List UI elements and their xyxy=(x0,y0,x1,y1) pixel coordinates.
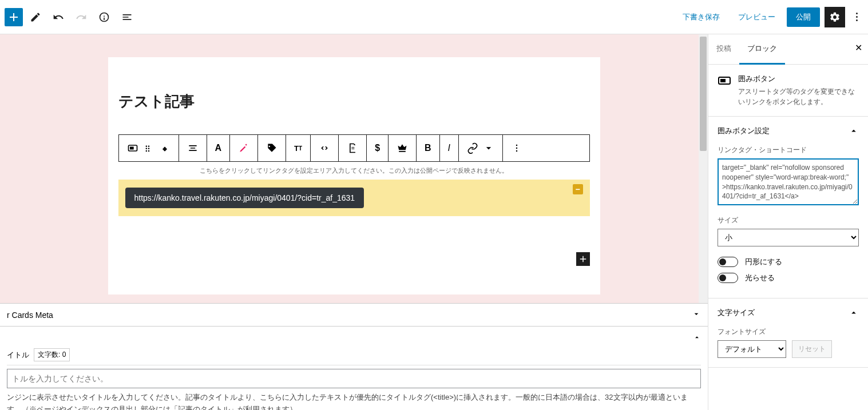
label-linktag: リンクタグ・ショートコード xyxy=(718,145,859,155)
toggle-circle-label: 円形にする xyxy=(745,257,782,267)
tab-block[interactable]: ブロック xyxy=(739,34,785,65)
svg-point-7 xyxy=(148,150,149,152)
crown-button[interactable] xyxy=(389,135,417,161)
meta-scroll-up[interactable] xyxy=(693,333,701,343)
edit-mode-button[interactable] xyxy=(25,7,46,27)
preview-button[interactable]: プレビュー xyxy=(731,7,782,27)
tab-post[interactable]: 投稿 xyxy=(708,34,739,64)
toggle-circle[interactable] xyxy=(718,257,738,267)
currency-button[interactable]: $ xyxy=(367,135,389,161)
info-button[interactable] xyxy=(94,7,114,27)
label-size: サイズ xyxy=(718,216,859,225)
fontsize-tool-button[interactable]: TT xyxy=(286,135,311,161)
align-button[interactable] xyxy=(179,135,207,161)
block-description: アスリートタグ等のタグを変更できないリンクをボタン化します。 xyxy=(738,86,859,107)
settings-button[interactable] xyxy=(825,7,845,27)
svg-point-9 xyxy=(516,148,518,149)
editor-scrollbar[interactable] xyxy=(699,34,708,303)
linktag-textarea[interactable]: target="_blank" rel="nofollow sponsored … xyxy=(718,158,859,205)
helper-text: こちらをクリックしてリンクタグを設定エリア入力してください。この入力は公開ページ… xyxy=(118,166,590,175)
svg-rect-12 xyxy=(720,79,726,82)
italic-button[interactable]: I xyxy=(440,135,459,161)
svg-point-10 xyxy=(516,150,518,152)
more-menu-button[interactable] xyxy=(850,7,863,27)
editor-column: テスト記事 A TT $ B xyxy=(0,34,708,410)
svg-rect-1 xyxy=(130,147,134,150)
toggle-glow-label: 光らせる xyxy=(745,273,775,283)
top-toolbar: 下書き保存 プレビュー 公開 xyxy=(0,0,868,34)
add-block-inline-button[interactable] xyxy=(576,252,590,266)
outline-button[interactable] xyxy=(117,7,137,27)
block-toolbar: A TT $ B I xyxy=(118,134,590,162)
meta-collapse-button[interactable] xyxy=(692,309,701,320)
svg-point-4 xyxy=(145,148,147,150)
block-more-button[interactable] xyxy=(503,135,530,161)
svg-point-8 xyxy=(516,145,518,146)
svg-point-6 xyxy=(145,150,147,152)
fontsize-select[interactable]: デフォルト xyxy=(718,340,786,358)
add-block-button[interactable] xyxy=(5,8,23,26)
bold-button[interactable]: B xyxy=(417,135,440,161)
svg-point-2 xyxy=(145,145,147,146)
sidebar-close-button[interactable]: ✕ xyxy=(855,42,862,53)
code-button[interactable] xyxy=(311,135,339,161)
chevron-up-icon xyxy=(849,308,859,318)
meta-panel-title: r Cards Meta xyxy=(7,311,53,320)
meta-title-input[interactable] xyxy=(7,369,701,388)
panel-button-settings[interactable]: 囲みボタン設定 xyxy=(708,117,868,145)
block-icon xyxy=(718,74,731,87)
post-title[interactable]: テスト記事 xyxy=(118,91,590,112)
meta-panel: r Cards Meta イトル 文字数: 0 ンジンに表示させたいタイトルを入… xyxy=(0,303,708,410)
link-block[interactable]: https://kanko.travel.rakuten.co.jp/miyag… xyxy=(118,180,590,216)
document-button[interactable] xyxy=(339,135,367,161)
meta-char-count: 文字数: 0 xyxy=(34,348,70,361)
save-draft-button[interactable]: 下書き保存 xyxy=(676,7,727,27)
meta-title-description: ンジンに表示させたいタイトルを入力してください。記事のタイトルより、こちらに入力… xyxy=(7,392,701,410)
undo-button[interactable] xyxy=(48,7,69,27)
panel-fontsize[interactable]: 文字サイズ xyxy=(708,298,868,327)
svg-point-5 xyxy=(148,148,149,150)
size-select[interactable]: 小 xyxy=(718,229,859,246)
publish-button[interactable]: 公開 xyxy=(787,7,820,27)
settings-sidebar: 投稿 ブロック ✕ 囲みボタン アスリートタグ等のタグを変更できないリンクをボタ… xyxy=(708,34,868,410)
block-type-button[interactable] xyxy=(119,135,179,161)
toggle-glow[interactable] xyxy=(718,273,738,283)
block-name: 囲みボタン xyxy=(738,74,859,84)
reset-button[interactable]: リセット xyxy=(792,340,832,358)
svg-point-3 xyxy=(148,145,149,146)
link-pill: https://kanko.travel.rakuten.co.jp/miyag… xyxy=(125,188,364,208)
link-tool-button[interactable] xyxy=(459,135,503,161)
meta-title-label: イトル xyxy=(7,350,29,360)
chevron-up-icon xyxy=(849,126,859,136)
highlight-button[interactable] xyxy=(230,135,258,161)
label-fontsize: フォントサイズ xyxy=(718,327,859,337)
text-color-button[interactable]: A xyxy=(207,135,231,161)
redo-button[interactable] xyxy=(71,7,92,27)
tag-button[interactable] xyxy=(258,135,286,161)
minus-icon[interactable]: − xyxy=(573,184,583,194)
